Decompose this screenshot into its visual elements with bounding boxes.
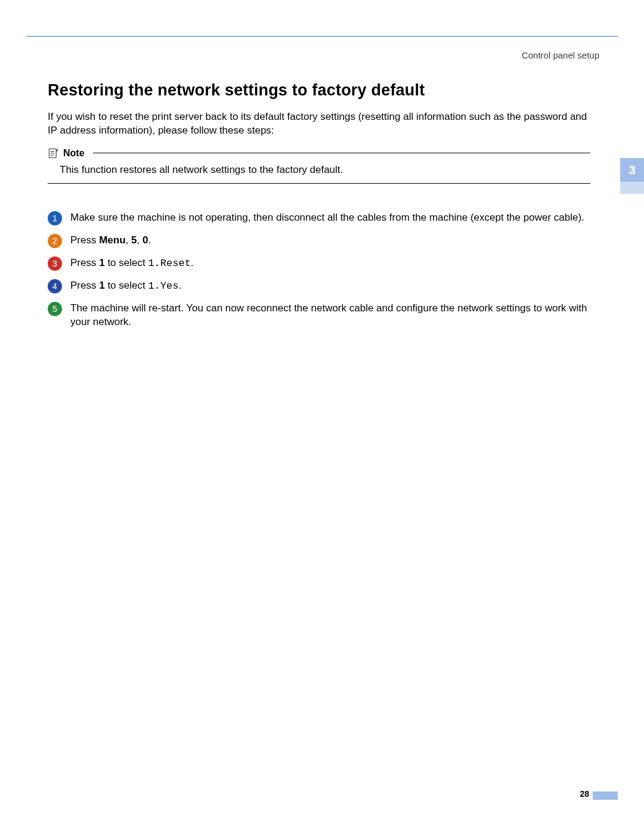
text-run: Press xyxy=(70,257,99,268)
text-run: . xyxy=(148,234,151,246)
breadcrumb: Control panel setup xyxy=(522,50,599,60)
text-run: Press xyxy=(70,280,99,291)
main-content: Restoring the network settings to factor… xyxy=(48,81,590,338)
page-number-accent xyxy=(593,791,618,800)
intro-paragraph: If you wish to reset the print server ba… xyxy=(48,110,590,138)
page-title: Restoring the network settings to factor… xyxy=(48,81,590,100)
chapter-tab: 3 xyxy=(620,158,644,182)
text-run: . xyxy=(178,280,181,291)
text-bold: Menu xyxy=(99,234,125,246)
text-bold: 5 xyxy=(131,234,137,246)
text-run: . xyxy=(191,257,194,268)
note-body: This function restores all network setti… xyxy=(48,159,590,183)
text-mono: 1.Yes xyxy=(148,280,178,292)
text-run: , xyxy=(126,234,131,246)
steps-list: 1 Make sure the machine is not operating… xyxy=(48,211,590,329)
note-label: Note xyxy=(63,148,85,159)
step-text: Press 1 to select 1.Yes. xyxy=(70,279,590,293)
note-rule-top xyxy=(93,153,590,153)
step-item: 4 Press 1 to select 1.Yes. xyxy=(48,279,590,293)
step-text: Press Menu, 5, 0. xyxy=(70,234,590,248)
step-number-badge: 3 xyxy=(48,256,62,271)
text-bold: 1 xyxy=(99,257,104,268)
step-text: Make sure the machine is not operating, … xyxy=(70,211,590,225)
step-text: Press 1 to select 1.Reset. xyxy=(70,256,590,271)
text-mono: 1.Reset xyxy=(148,258,190,269)
step-number-badge: 4 xyxy=(48,279,62,293)
step-item: 5 The machine will re-start. You can now… xyxy=(48,302,590,329)
step-text: The machine will re-start. You can now r… xyxy=(70,302,590,329)
text-run: to select xyxy=(105,257,148,268)
note-callout: Note This function restores all network … xyxy=(48,147,590,184)
step-item: 2 Press Menu, 5, 0. xyxy=(48,234,590,248)
note-rule-bottom xyxy=(48,183,590,184)
step-number-badge: 1 xyxy=(48,211,62,225)
text-bold: 0 xyxy=(143,234,148,246)
note-icon xyxy=(48,147,60,159)
step-number-badge: 2 xyxy=(48,234,62,248)
note-header: Note xyxy=(48,147,590,159)
page-number: 28 xyxy=(580,789,589,799)
text-bold: 1 xyxy=(99,280,104,291)
step-item: 3 Press 1 to select 1.Reset. xyxy=(48,256,590,271)
document-page: Control panel setup 3 Restoring the netw… xyxy=(0,0,644,832)
text-run: to select xyxy=(105,280,148,291)
step-item: 1 Make sure the machine is not operating… xyxy=(48,211,590,225)
top-rule xyxy=(26,36,618,37)
text-run: Press xyxy=(70,234,99,246)
step-number-badge: 5 xyxy=(48,302,62,316)
text-run: , xyxy=(137,234,143,246)
